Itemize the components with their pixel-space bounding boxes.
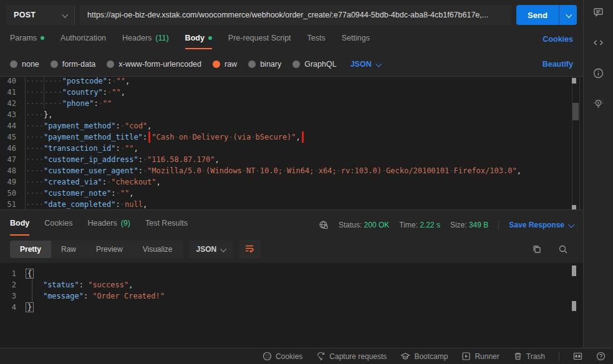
tab-pre-request-script[interactable]: Pre-request Script	[228, 34, 291, 49]
line-number: 42	[0, 98, 25, 109]
response-tab-cookies[interactable]: Cookies	[44, 219, 72, 236]
response-toolbar: PrettyRawPreviewVisualize JSON	[0, 236, 583, 263]
globe-lock-icon	[319, 220, 329, 230]
status-bar: CookiesCapture requestsBootcampRunnerTra…	[0, 348, 613, 364]
panels-icon	[573, 352, 582, 360]
line-number: 2	[0, 279, 25, 290]
response-tab-test-results[interactable]: Test Results	[145, 219, 188, 236]
copy-icon[interactable]	[532, 244, 542, 254]
response-code-lines: 1{2 "status": "success",3 "message": "Or…	[0, 263, 583, 313]
response-meta: Status: 200 OK Time: 2.22 s Size: 349 B …	[319, 220, 573, 236]
code-line: 50····"customer_note":·"",	[0, 188, 583, 199]
bodytype-x-www-form-urlencoded[interactable]: x-www-form-urlencoded	[107, 60, 201, 69]
bodytype-none[interactable]: none	[10, 60, 39, 69]
statusbar-capture-requests[interactable]: Capture requests	[316, 352, 387, 361]
statusbar-runner[interactable]: Runner	[461, 352, 499, 361]
statusbar-bootcamp[interactable]: Bootcamp	[400, 352, 448, 361]
tab-authorization[interactable]: Authorization	[60, 34, 106, 49]
response-body-editor: 1{2 "status": "success",3 "message": "Or…	[0, 263, 583, 348]
radio-label: none	[22, 60, 39, 69]
method-dropdown[interactable]: POST	[6, 5, 75, 25]
line-number: 50	[0, 188, 25, 199]
tab-tests[interactable]: Tests	[307, 34, 326, 49]
view-visualize[interactable]: Visualize	[133, 241, 183, 258]
divider	[559, 352, 559, 361]
tab-count-badge: (11)	[155, 34, 168, 42]
save-response-button[interactable]: Save Response	[509, 221, 573, 229]
beautify-link[interactable]: Beautify	[543, 60, 573, 69]
code-line: 48····"customer_user_agent":·"Mozilla/5.…	[0, 165, 583, 176]
tab-settings[interactable]: Settings	[342, 34, 370, 49]
request-body-editor[interactable]: 40········"postcode":·"",41········"coun…	[0, 76, 583, 209]
line-number: 1	[0, 268, 25, 279]
info-icon[interactable]	[592, 67, 604, 79]
bodytype-binary[interactable]: binary	[248, 60, 281, 69]
time-field: Time: 2.22 s	[399, 221, 440, 229]
bodytype-graphql[interactable]: GraphQL	[292, 60, 336, 69]
bodytype-form-data[interactable]: form-data	[51, 60, 96, 69]
bootcamp-icon	[400, 352, 410, 361]
help-button[interactable]	[596, 352, 606, 361]
scrollbar-thumb[interactable]	[572, 103, 579, 120]
statusbar-label: Bootcamp	[414, 352, 448, 361]
view-preview[interactable]: Preview	[86, 241, 133, 258]
code-icon[interactable]	[592, 37, 604, 49]
tab-headers[interactable]: Headers(11)	[122, 34, 169, 49]
fold-guide-line	[32, 279, 32, 302]
radio-label: raw	[224, 60, 237, 69]
body-language-label: JSON	[350, 60, 372, 69]
code-line: 47····"customer_ip_address":·"116.58.87.…	[0, 154, 583, 165]
tab-label: Tests	[307, 34, 326, 42]
tab-count-badge: (9)	[121, 219, 130, 228]
body-type-bar: noneform-datax-www-form-urlencodedrawbin…	[0, 52, 583, 76]
tab-params[interactable]: Params	[10, 34, 44, 49]
tab-label: Headers	[87, 219, 117, 228]
request-tabs: ParamsAuthorizationHeaders(11)BodyPre-re…	[0, 30, 583, 52]
cookie-icon	[263, 352, 272, 361]
code-line: 44····"payment_method":·"cod",	[0, 120, 583, 132]
radio-icon	[248, 60, 256, 68]
search-icon[interactable]	[558, 244, 568, 254]
time-label: Time:	[399, 221, 418, 229]
trash-icon	[513, 352, 523, 361]
scrollbar-marker	[572, 205, 576, 209]
request-url-bar: POST https://api-oe-biz-dev.xstak.com/wo…	[0, 0, 583, 30]
wrap-text-button[interactable]	[239, 240, 261, 259]
send-options-button[interactable]	[559, 5, 577, 25]
cookies-link[interactable]: Cookies	[543, 34, 573, 44]
tab-label: Test Results	[145, 219, 188, 228]
view-pretty[interactable]: Pretty	[10, 241, 51, 258]
line-number: 3	[0, 290, 25, 302]
statusbar-label: Capture requests	[329, 352, 387, 361]
response-language-label: JSON	[196, 245, 217, 254]
response-tab-headers[interactable]: Headers(9)	[87, 219, 130, 236]
tab-body[interactable]: Body	[185, 34, 212, 49]
unsaved-changes-dot	[41, 36, 44, 40]
bulb-icon[interactable]	[592, 98, 604, 110]
tab-label: Params	[10, 34, 37, 42]
editor-scrollbar[interactable]	[572, 77, 580, 209]
response-language-dropdown[interactable]: JSON	[189, 241, 233, 258]
line-number: 51	[0, 199, 25, 209]
radio-icon	[51, 60, 58, 68]
code-line: 1{	[0, 268, 583, 279]
response-view-switcher: PrettyRawPreviewVisualize	[10, 241, 183, 258]
chevron-down-icon	[566, 11, 572, 17]
comment-icon[interactable]	[592, 6, 604, 18]
status-label: Status:	[339, 221, 362, 229]
statusbar-cookies[interactable]: Cookies	[263, 352, 302, 361]
postman-app: POST https://api-oe-biz-dev.xstak.com/wo…	[0, 0, 613, 364]
content-area: POST https://api-oe-biz-dev.xstak.com/wo…	[0, 0, 613, 348]
code-line: 46····"transaction_id":·"",	[0, 143, 583, 154]
panels-button[interactable]	[573, 352, 582, 360]
line-number: 46	[0, 143, 25, 154]
view-raw[interactable]: Raw	[51, 241, 86, 258]
body-language-dropdown[interactable]: JSON	[350, 60, 380, 69]
bodytype-raw[interactable]: raw	[213, 60, 237, 69]
statusbar-trash[interactable]: Trash	[513, 352, 545, 361]
url-input[interactable]: https://api-oe-biz-dev.xstak.com/woocomm…	[80, 5, 511, 25]
send-button[interactable]: Send	[516, 5, 559, 25]
response-tab-body[interactable]: Body	[10, 219, 29, 236]
response-toolbar-right	[532, 244, 573, 254]
line-number: 44	[0, 120, 25, 132]
